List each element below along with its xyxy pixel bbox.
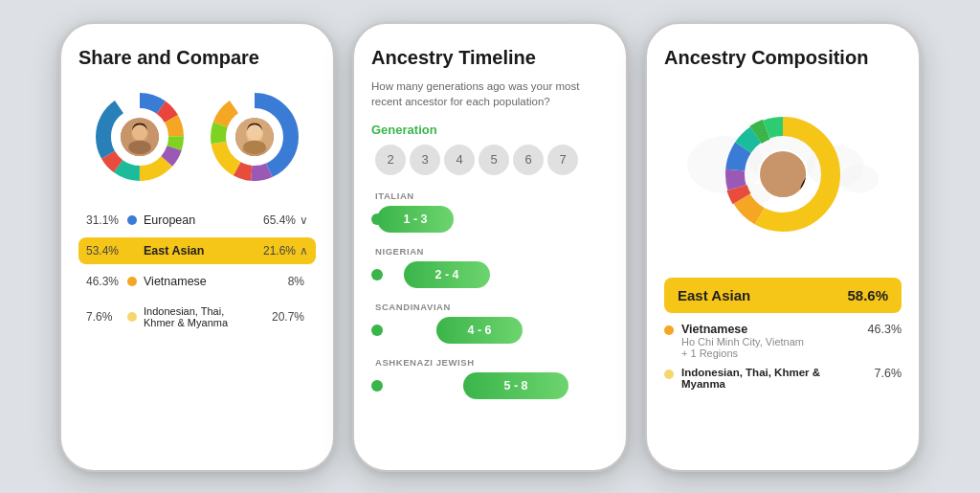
tl-bar-row-nigerian: 2 - 4 <box>371 261 609 288</box>
legend-pct-right-0: 65.4% <box>263 213 296 227</box>
timeline-item-italian: ITALIAN 1 - 3 <box>371 190 609 233</box>
legend-row-vietnamese: 46.3% Vietnamese 8% <box>78 268 316 295</box>
phone-ancestry-timeline: Ancestry Timeline How many generations a… <box>352 22 628 472</box>
p3-legend-row-vietnamese: Vietnamese Ho Chi Minh City, Vietnam + 1… <box>664 323 902 359</box>
p3-dot-indonesian <box>664 370 674 379</box>
phone2-subtitle: How many generations ago was your most r… <box>371 78 609 109</box>
tl-category-scandinavian: SCANDINAVIAN <box>371 302 609 312</box>
tl-dot-italian <box>371 213 383 225</box>
svg-point-24 <box>243 140 266 154</box>
phone3-title: Ancestry Composition <box>664 47 902 69</box>
avatar-svg-1 <box>121 116 159 158</box>
legend-pct-left-3: 7.6% <box>86 310 121 324</box>
p3-east-asian-highlight[interactable]: East Asian 58.6% <box>664 278 902 313</box>
p3-highlight-pct: 58.6% <box>847 287 888 303</box>
tl-bar-scandinavian: 4 - 6 <box>436 317 523 344</box>
tl-dot-scandinavian <box>371 325 383 336</box>
legend-label-3: Indonesian, Thai,Khmer & Myanma <box>144 305 272 328</box>
legend-pct-right-1: 21.6% <box>263 244 296 258</box>
legend-dot-2 <box>127 277 137 286</box>
chevron-down-icon-0[interactable]: ∨ <box>300 213 308 227</box>
p3-chart-area <box>664 78 902 270</box>
tl-dot-ashkenazi <box>371 380 383 392</box>
gen-num-4[interactable]: 4 <box>444 145 475 175</box>
gen-num-7[interactable]: 7 <box>547 145 578 175</box>
phone1-title: Share and Compare <box>78 47 316 69</box>
tl-bar-italian: 1 - 3 <box>377 206 454 233</box>
timeline-item-nigerian: NIGERIAN 2 - 4 <box>371 246 609 288</box>
p3-legend-info-vietnamese: Vietnamese Ho Chi Minh City, Vietnam + 1… <box>681 323 860 359</box>
p3-legend-pct-vietnamese: 46.3% <box>868 323 902 336</box>
p3-legend-sub2-vietnamese: + 1 Regions <box>681 347 860 359</box>
legend-row-european: 31.1% European 65.4% ∨ <box>78 207 316 234</box>
chevron-up-icon-1[interactable]: ∧ <box>300 244 308 258</box>
p3-highlight-label: East Asian <box>678 287 750 303</box>
p3-legend-sub-vietnamese: Ho Chi Minh City, Vietnam <box>681 336 860 347</box>
tl-bar-nigerian: 2 - 4 <box>404 261 490 288</box>
p3-legend-name-vietnamese: Vietnamese <box>681 323 860 336</box>
gen-num-2[interactable]: 2 <box>375 145 406 175</box>
generation-numbers: 2 3 4 5 6 7 <box>371 145 609 175</box>
phone-share-compare: Share and Compare <box>59 22 335 472</box>
tl-category-ashkenazi: ASHKENAZI JEWISH <box>371 357 609 368</box>
gen-num-6[interactable]: 6 <box>513 145 544 175</box>
timeline-item-ashkenazi: ASHKENAZI JEWISH 5 - 8 <box>371 357 609 399</box>
avatar-face-1 <box>121 118 159 156</box>
legend-label-1: East Asian <box>144 244 263 258</box>
donut-chart-1 <box>87 84 192 190</box>
timeline-item-scandinavian: SCANDINAVIAN 4 - 6 <box>371 302 609 344</box>
legend-row-indonesian: 7.6% Indonesian, Thai,Khmer & Myanma 20.… <box>78 299 316 335</box>
tl-category-nigerian: NIGERIAN <box>371 246 609 257</box>
tl-bar-row-scandinavian: 4 - 6 <box>371 317 609 344</box>
legend-pct-left-1: 53.4% <box>86 244 121 258</box>
p3-legend-name-indonesian: Indonesian, Thai, Khmer &Myanma <box>681 367 867 390</box>
p3-legend: Vietnamese Ho Chi Minh City, Vietnam + 1… <box>664 323 902 390</box>
tl-category-italian: ITALIAN <box>371 190 609 201</box>
gen-num-3[interactable]: 3 <box>410 145 440 175</box>
legend-dot-1 <box>127 246 137 256</box>
legend-row-east-asian[interactable]: 53.4% East Asian 21.6% ∧ <box>78 237 316 264</box>
phone-ancestry-composition: Ancestry Composition <box>645 22 921 472</box>
p3-avatar <box>758 149 808 199</box>
legend-label-0: European <box>144 213 263 227</box>
donut-chart-2 <box>202 84 307 190</box>
donut-avatar-2 <box>234 116 276 158</box>
p3-legend-info-indonesian: Indonesian, Thai, Khmer &Myanma <box>681 367 867 390</box>
timeline-items: ITALIAN 1 - 3 NIGERIAN 2 - 4 SCANDINAVIA… <box>371 190 609 457</box>
generation-label: Generation <box>371 123 609 137</box>
donut-row <box>78 84 316 190</box>
svg-point-13 <box>128 140 151 154</box>
legend-pct-left-2: 46.3% <box>86 275 121 288</box>
p3-legend-pct-indonesian: 7.6% <box>875 367 902 380</box>
tl-bar-row-italian: 1 - 3 <box>371 206 609 233</box>
legend-label-2: Vietnamese <box>144 275 288 288</box>
phone2-title: Ancestry Timeline <box>371 47 609 69</box>
legend-pct-right-2: 8% <box>288 275 304 288</box>
legend-pct-right-3: 20.7% <box>272 310 304 324</box>
avatar-face-2 <box>235 118 274 156</box>
legend-dot-3 <box>127 312 137 322</box>
tl-dot-nigerian <box>371 269 383 280</box>
donut-avatar-1 <box>119 116 161 158</box>
legend-dot-0 <box>127 215 137 225</box>
p3-legend-row-indonesian: Indonesian, Thai, Khmer &Myanma 7.6% <box>664 367 902 390</box>
legend-table: 31.1% European 65.4% ∨ 53.4% East Asian … <box>78 207 316 339</box>
tl-bar-row-ashkenazi: 5 - 8 <box>371 372 609 399</box>
app-container: Share and Compare <box>0 0 980 493</box>
p3-dot-vietnamese <box>664 325 674 335</box>
legend-pct-left-0: 31.1% <box>86 213 121 227</box>
gen-num-5[interactable]: 5 <box>479 145 509 175</box>
tl-bar-ashkenazi: 5 - 8 <box>463 372 568 399</box>
p3-donut-chart <box>716 107 850 241</box>
avatar-svg-2 <box>235 116 274 158</box>
